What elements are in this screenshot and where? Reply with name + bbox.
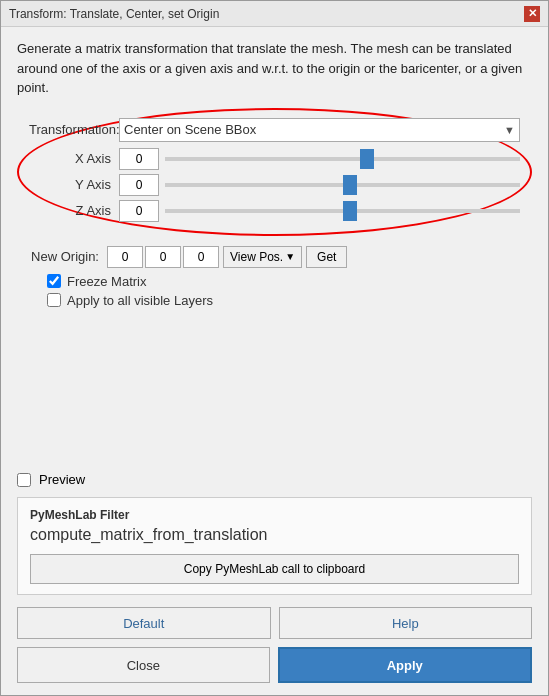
pymeshlab-title: PyMeshLab Filter — [30, 508, 519, 522]
transformation-select[interactable]: Center on Scene BBox ▼ — [119, 118, 520, 142]
default-help-row: Default Help — [17, 607, 532, 639]
y-axis-slider-container — [165, 174, 520, 196]
origin-y-input[interactable] — [145, 246, 181, 268]
origin-z-input[interactable] — [183, 246, 219, 268]
view-pos-arrow: ▼ — [285, 251, 295, 262]
x-axis-input[interactable] — [119, 148, 159, 170]
x-axis-label: X Axis — [29, 151, 119, 166]
view-pos-button[interactable]: View Pos. ▼ — [223, 246, 302, 268]
get-button[interactable]: Get — [306, 246, 347, 268]
view-pos-label: View Pos. — [230, 250, 283, 264]
origin-x-input[interactable] — [107, 246, 143, 268]
window-title: Transform: Translate, Center, set Origin — [9, 7, 219, 21]
help-button[interactable]: Help — [279, 607, 533, 639]
y-axis-row: Y Axis — [29, 174, 520, 196]
content-area: Generate a matrix transformation that tr… — [1, 27, 548, 695]
y-axis-thumb[interactable] — [343, 175, 357, 195]
x-axis-slider-container — [165, 148, 520, 170]
spacer — [17, 312, 532, 473]
description-text: Generate a matrix transformation that tr… — [17, 39, 532, 98]
z-axis-slider-container — [165, 200, 520, 222]
transformation-arrow: ▼ — [504, 124, 515, 136]
apply-visible-checkbox[interactable] — [47, 293, 61, 307]
close-window-button[interactable]: ✕ — [524, 6, 540, 22]
x-axis-thumb[interactable] — [360, 149, 374, 169]
x-axis-track — [165, 157, 520, 161]
copy-pymeshlab-button[interactable]: Copy PyMeshLab call to clipboard — [30, 554, 519, 584]
transformation-label: Transformation: — [29, 122, 119, 137]
transformation-value: Center on Scene BBox — [124, 122, 256, 137]
close-button[interactable]: Close — [17, 647, 270, 683]
y-axis-track — [165, 183, 520, 187]
x-axis-row: X Axis — [29, 148, 520, 170]
highlight-oval: Transformation: Center on Scene BBox ▼ X… — [17, 108, 532, 236]
freeze-checkbox[interactable] — [47, 274, 61, 288]
preview-checkbox[interactable] — [17, 473, 31, 487]
titlebar: Transform: Translate, Center, set Origin… — [1, 1, 548, 27]
default-button[interactable]: Default — [17, 607, 271, 639]
transformation-row: Transformation: Center on Scene BBox ▼ — [29, 118, 520, 142]
pymeshlab-box: PyMeshLab Filter compute_matrix_from_tra… — [17, 497, 532, 595]
z-axis-row: Z Axis — [29, 200, 520, 222]
y-axis-label: Y Axis — [29, 177, 119, 192]
apply-visible-container: Apply to all visible Layers — [47, 293, 213, 308]
main-window: Transform: Translate, Center, set Origin… — [0, 0, 549, 696]
freeze-container: Freeze Matrix — [47, 274, 146, 289]
apply-button[interactable]: Apply — [278, 647, 533, 683]
origin-row: New Origin: View Pos. ▼ Get — [17, 246, 532, 268]
z-axis-thumb[interactable] — [343, 201, 357, 221]
apply-visible-row: Apply to all visible Layers — [17, 293, 532, 308]
freeze-label: Freeze Matrix — [67, 274, 146, 289]
freeze-row: Freeze Matrix — [17, 274, 532, 289]
pymeshlab-function: compute_matrix_from_translation — [30, 526, 519, 544]
preview-label: Preview — [39, 472, 85, 487]
z-axis-label: Z Axis — [29, 203, 119, 218]
z-axis-input[interactable] — [119, 200, 159, 222]
preview-row: Preview — [17, 472, 532, 487]
origin-label: New Origin: — [17, 249, 107, 264]
y-axis-input[interactable] — [119, 174, 159, 196]
z-axis-track — [165, 209, 520, 213]
apply-visible-label: Apply to all visible Layers — [67, 293, 213, 308]
action-buttons-row: Close Apply — [17, 647, 532, 683]
